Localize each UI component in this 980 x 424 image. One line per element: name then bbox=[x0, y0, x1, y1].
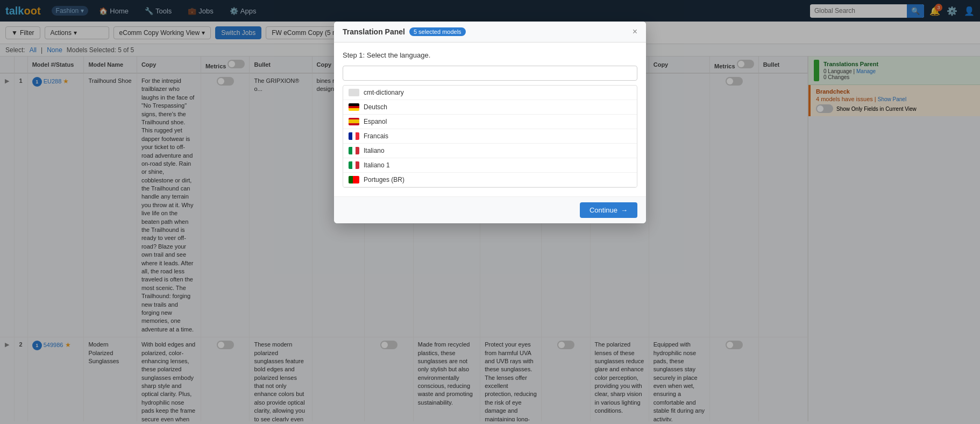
language-item[interactable]: cmt-dictionary bbox=[343, 86, 637, 100]
modal-badge: 5 selected models bbox=[409, 27, 466, 36]
language-label: cmt-dictionary bbox=[364, 89, 404, 96]
flag-icon bbox=[349, 103, 359, 111]
language-label: Italiano bbox=[364, 147, 385, 154]
language-label: Italiano 1 bbox=[364, 161, 390, 169]
language-list: cmt-dictionaryDeutschEspanolFrancaisItal… bbox=[343, 85, 637, 188]
language-label: Deutsch bbox=[364, 103, 387, 111]
modal-overlay[interactable]: Translation Panel 5 selected models × St… bbox=[0, 0, 980, 421]
language-item[interactable]: Portuges (BR) bbox=[343, 173, 637, 187]
flag-icon bbox=[349, 118, 359, 125]
arrow-icon: → bbox=[621, 206, 628, 214]
modal-close-button[interactable]: × bbox=[633, 27, 637, 37]
flag-icon bbox=[349, 176, 359, 183]
language-label: Francais bbox=[364, 132, 388, 140]
modal-body: Step 1: Select the language. cmt-diction… bbox=[334, 43, 646, 196]
modal-title: Translation Panel bbox=[343, 27, 405, 36]
language-item[interactable]: Espanol bbox=[343, 115, 637, 129]
language-search-input[interactable] bbox=[343, 66, 637, 81]
translation-panel-modal: Translation Panel 5 selected models × St… bbox=[334, 22, 646, 223]
language-item[interactable]: Italiano bbox=[343, 144, 637, 158]
language-label: Espanol bbox=[364, 118, 387, 125]
flag-icon bbox=[349, 161, 359, 169]
language-item[interactable]: Francais bbox=[343, 129, 637, 144]
modal-step-label: Step 1: Select the language. bbox=[343, 51, 637, 59]
modal-title-group: Translation Panel 5 selected models bbox=[343, 27, 466, 36]
modal-header: Translation Panel 5 selected models × bbox=[334, 22, 646, 43]
modal-footer: Continue → bbox=[334, 196, 646, 223]
continue-button[interactable]: Continue → bbox=[580, 202, 637, 218]
language-item[interactable]: Deutsch bbox=[343, 100, 637, 115]
flag-icon bbox=[349, 89, 359, 96]
flag-icon bbox=[349, 147, 359, 154]
language-item[interactable]: Italiano 1 bbox=[343, 158, 637, 173]
flag-icon bbox=[349, 132, 359, 140]
language-label: Portuges (BR) bbox=[364, 176, 404, 183]
